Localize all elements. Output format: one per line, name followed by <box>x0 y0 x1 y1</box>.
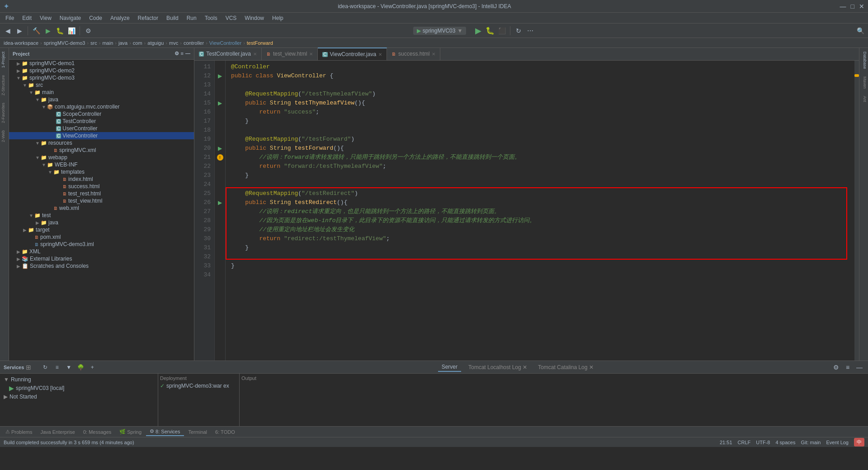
back-button[interactable]: ◀ <box>3 26 13 36</box>
menu-build[interactable]: Build <box>163 14 182 22</box>
tree-external-libs[interactable]: ▶ 📚 External Libraries <box>9 255 194 262</box>
close-button[interactable]: ✕ <box>859 3 864 10</box>
tab-services[interactable]: ⚙8: Services <box>146 427 184 436</box>
debug-main-button[interactable]: 🐛 <box>485 26 495 36</box>
tab-testview[interactable]: 🗎 test_view.html ✕ <box>262 47 318 60</box>
svc-list-btn[interactable]: ≡ <box>52 362 62 372</box>
svc-springmvc03[interactable]: ▶ springMVC03 [local] <box>2 384 156 393</box>
build-button[interactable]: 🔨 <box>31 26 41 36</box>
tree-package[interactable]: ▼ 📦 com.atguigu.mvc.controller <box>9 103 194 110</box>
status-encoding[interactable]: UTF-8 <box>756 440 770 445</box>
more-button[interactable]: ⋯ <box>525 26 535 36</box>
breadcrumb-item-4[interactable]: java <box>118 40 127 46</box>
menu-navigate[interactable]: Navigate <box>56 14 85 22</box>
tab-server[interactable]: Server <box>438 363 461 372</box>
tab-tomcat-catalina[interactable]: Tomcat Catalina Log ✕ <box>534 363 597 371</box>
left-tab-structure[interactable]: Z-Structure <box>0 71 9 99</box>
forward-button[interactable]: ▶ <box>14 26 24 36</box>
sidebar-config-icon[interactable]: ⚙ <box>175 51 179 57</box>
tab-spring[interactable]: 🌿Spring <box>116 428 145 436</box>
update-button[interactable]: ↻ <box>514 26 524 36</box>
menu-help[interactable]: Help <box>269 14 287 22</box>
tree-target[interactable]: ▶ 📁 target <box>9 226 194 233</box>
tree-scratches[interactable]: ▶ 📋 Scratches and Consoles <box>9 262 194 270</box>
left-tab-project[interactable]: 1-Project <box>0 48 9 71</box>
breadcrumb-item-0[interactable]: idea-workspace <box>4 40 38 46</box>
tree-pom-xml[interactable]: ▶ 🗎 pom.xml <box>9 233 194 241</box>
svc-refresh-btn[interactable]: ↻ <box>40 362 50 372</box>
tree-xml-root[interactable]: ▶ 📁 XML <box>9 248 194 255</box>
tree-main[interactable]: ▼ 📁 main <box>9 89 194 96</box>
services-expand-icon[interactable]: ⊞ <box>26 364 31 371</box>
breadcrumb-item-3[interactable]: main <box>102 40 113 46</box>
svc-tree-btn[interactable]: 🌳 <box>75 362 85 372</box>
menu-view[interactable]: View <box>36 14 55 22</box>
maximize-button[interactable]: □ <box>851 3 854 10</box>
debug-button[interactable]: 🐛 <box>55 26 65 36</box>
menu-tools[interactable]: Tools <box>201 14 221 22</box>
tree-webapp[interactable]: ▼ 📁 webapp <box>9 154 194 161</box>
menu-file[interactable]: File <box>2 14 18 22</box>
run-main-button[interactable]: ▶ <box>473 26 483 36</box>
breadcrumb-item-8[interactable]: controller <box>184 40 204 46</box>
close-success[interactable]: ✕ <box>432 52 435 57</box>
tab-messages[interactable]: 0: Messages <box>80 428 115 436</box>
status-line-ending[interactable]: CRLF <box>738 440 751 445</box>
menu-refactor[interactable]: Refactor <box>134 14 162 22</box>
settings-button[interactable]: ⚙ <box>83 26 93 36</box>
svc-add-btn[interactable]: + <box>87 362 97 372</box>
stop-button[interactable]: ⬛ <box>497 26 507 36</box>
tree-index-html[interactable]: ▶ 🗎 index.html <box>9 176 194 183</box>
tree-testcontroller[interactable]: ▶ C TestController <box>9 118 194 125</box>
tree-src[interactable]: ▼ 📁 src <box>9 81 194 89</box>
status-event-log[interactable]: Event Log <box>826 440 849 445</box>
right-tab-ant[interactable]: Ant <box>859 92 868 106</box>
tab-success[interactable]: 🗎 success.html ✕ <box>387 47 440 60</box>
right-tab-maven[interactable]: Maven <box>859 73 868 92</box>
menu-edit[interactable]: Edit <box>19 14 35 22</box>
tree-springmvc-demo1[interactable]: ▶ 📁 springMVC-demo1 <box>9 60 194 67</box>
breadcrumb-item-5[interactable]: com <box>133 40 142 46</box>
svc-close-btn[interactable]: — <box>854 362 864 372</box>
svc-settings-btn[interactable]: ⚙ <box>831 362 841 372</box>
status-indent[interactable]: 4 spaces <box>775 440 795 445</box>
run-config-selector[interactable]: ▶ springMVC03 ▼ <box>413 27 467 35</box>
close-testview[interactable]: ✕ <box>309 52 313 57</box>
run-gutter-26[interactable]: ▶ <box>218 199 222 206</box>
tab-problems[interactable]: ⚠Problems <box>2 428 36 436</box>
svc-gear-btn[interactable]: ≡ <box>843 362 853 372</box>
left-tab-web[interactable]: 2-Web <box>0 127 9 146</box>
tree-web-xml[interactable]: ▶ 🗎 web.xml <box>9 204 194 212</box>
right-tab-database[interactable]: Database <box>859 48 868 73</box>
tree-springmvc-xml[interactable]: ▶ 🗎 springMVC.xml <box>9 147 194 154</box>
editor-scrollbar[interactable] <box>854 61 859 361</box>
run-button[interactable]: ▶ <box>43 26 53 36</box>
tree-viewcontroller[interactable]: ▶ C ViewController <box>9 132 194 139</box>
tree-usercontroller[interactable]: ▶ C UserController <box>9 125 194 132</box>
tree-springmvc-demo3[interactable]: ▼ 📁 springMVC-demo3 <box>9 74 194 81</box>
tab-terminal[interactable]: Terminal <box>185 428 211 436</box>
tree-springmvc-demo2[interactable]: ▶ 📁 springMVC-demo2 <box>9 67 194 74</box>
breadcrumb-item-9[interactable]: ViewController <box>209 40 241 46</box>
breadcrumb-item-2[interactable]: src <box>90 40 97 46</box>
svc-filter-btn[interactable]: ▼ <box>64 362 74 372</box>
breadcrumb-item-1[interactable]: springMVC-demo3 <box>44 40 85 46</box>
run-gutter-15[interactable]: ▶ <box>218 100 222 106</box>
menu-code[interactable]: Code <box>85 14 106 22</box>
breadcrumb-item-10[interactable]: testForward <box>247 40 273 46</box>
run-gutter-20[interactable]: ▶ <box>218 145 222 152</box>
status-git[interactable]: Git: main <box>801 440 821 445</box>
minimize-button[interactable]: — <box>840 3 846 10</box>
warn-gutter-21[interactable]: ! <box>217 154 223 161</box>
left-tab-favorites[interactable]: 2-Favorites <box>0 99 9 127</box>
tab-tomcat-localhost[interactable]: Tomcat Localhost Log ✕ <box>465 363 531 371</box>
tree-java-main[interactable]: ▼ 📁 java <box>9 96 194 103</box>
tree-resources[interactable]: ▼ 📁 resources <box>9 139 194 147</box>
close-viewcontroller[interactable]: ✕ <box>378 52 382 57</box>
tree-test-rest-html[interactable]: ▶ 🗎 test_rest.html <box>9 190 194 197</box>
tree-success-html[interactable]: ▶ 🗎 success.html <box>9 183 194 190</box>
tab-viewcontroller[interactable]: C ViewController.java ✕ <box>318 47 387 60</box>
tree-templates[interactable]: ▼ 📁 templates <box>9 168 194 176</box>
code-editor[interactable]: 11 12 13 14 15 16 17 18 19 20 21 22 23 2… <box>194 61 859 361</box>
tree-test-view-html[interactable]: ▶ 🗎 test_view.html <box>9 197 194 204</box>
